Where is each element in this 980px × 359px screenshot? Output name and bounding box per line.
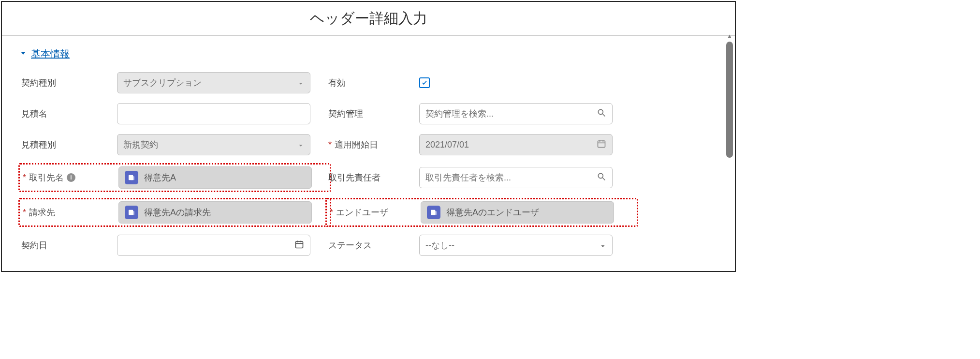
calendar-icon	[294, 239, 304, 252]
svg-rect-2	[598, 141, 605, 147]
required-star: *	[328, 140, 332, 150]
label-account-name: * 取引先名 i	[23, 172, 115, 183]
label-contract-mgmt: 契約管理	[328, 108, 415, 120]
row-contract-date: 契約日	[21, 235, 328, 256]
date-apply-start: 2021/07/01	[419, 134, 613, 155]
account-record-icon	[427, 206, 440, 219]
section-basic-info: 基本情報 契約種別 サブスクリプション	[2, 36, 735, 256]
svg-rect-7	[131, 176, 134, 180]
header-detail-form-window: ヘッダー詳細入力 基本情報 契約種別 サブスクリプション	[1, 1, 736, 272]
label-quote-type: 見積種別	[21, 139, 113, 150]
value-end-user: 得意先Aのエンドユーザ	[446, 207, 539, 218]
svg-line-1	[603, 114, 605, 116]
chevron-down-icon	[297, 79, 304, 86]
input-quote-name[interactable]	[117, 103, 310, 124]
scrollbar-up-arrow[interactable]: ▲	[726, 33, 733, 39]
row-contract-mgmt: 契約管理 契約管理を検索...	[328, 103, 635, 124]
chevron-down-icon	[19, 49, 27, 59]
value-apply-start: 2021/07/01	[425, 140, 469, 150]
label-contract-date: 契約日	[21, 239, 113, 251]
section-title: 基本情報	[31, 47, 70, 60]
label-status: ステータス	[328, 239, 415, 251]
row-status: ステータス --なし--	[328, 235, 635, 256]
required-star: *	[23, 173, 26, 183]
checkbox-valid[interactable]	[419, 77, 430, 88]
search-icon	[597, 108, 606, 120]
form-grid: 契約種別 サブスクリプション 有効	[21, 72, 635, 256]
label-apply-start: * 適用開始日	[328, 139, 415, 150]
calendar-icon	[597, 139, 606, 151]
row-contract-type: 契約種別 サブスクリプション	[21, 72, 328, 93]
chip-bill-to[interactable]: 得意先Aの請求先	[118, 201, 312, 224]
value-quote-type: 新規契約	[123, 139, 158, 150]
row-account-contact: 取引先責任者 取引先責任者を検索...	[328, 165, 635, 190]
placeholder-contract-mgmt: 契約管理を検索...	[425, 108, 494, 120]
chip-account-name[interactable]: 得意先A	[118, 166, 312, 189]
account-record-icon	[125, 171, 138, 184]
label-end-user: * エンドユーザ	[330, 207, 417, 218]
select-status[interactable]: --なし--	[419, 235, 613, 256]
svg-point-8	[598, 173, 603, 178]
label-contract-type: 契約種別	[21, 77, 113, 89]
label-account-contact: 取引先責任者	[328, 172, 415, 183]
lookup-account-contact[interactable]: 取引先責任者を検索...	[419, 167, 613, 188]
row-bill-to: * 請求先 得意先Aの請求先	[18, 198, 331, 227]
row-quote-name: 見積名	[21, 103, 328, 124]
chevron-down-icon	[600, 242, 606, 249]
row-valid: 有効	[328, 72, 635, 93]
value-bill-to: 得意先Aの請求先	[144, 207, 211, 218]
search-icon	[597, 172, 606, 184]
row-apply-start: * 適用開始日 2021/07/01	[328, 134, 635, 155]
svg-point-0	[598, 109, 603, 114]
chip-end-user[interactable]: 得意先Aのエンドユーザ	[421, 201, 614, 224]
select-contract-type: サブスクリプション	[117, 72, 310, 93]
svg-rect-11	[131, 211, 134, 215]
account-record-icon	[125, 206, 138, 219]
svg-line-9	[603, 178, 605, 180]
lookup-contract-mgmt[interactable]: 契約管理を検索...	[419, 103, 613, 124]
page-title: ヘッダー詳細入力	[2, 2, 735, 35]
required-star: *	[23, 208, 26, 218]
label-bill-to: * 請求先	[23, 207, 115, 218]
svg-rect-14	[296, 241, 303, 248]
value-account-name: 得意先A	[144, 172, 176, 183]
chevron-down-icon	[297, 141, 304, 148]
select-quote-type: 新規契約	[117, 134, 310, 155]
placeholder-account-contact: 取引先責任者を検索...	[425, 172, 511, 183]
row-account-name: * 取引先名 i 得意先A	[18, 163, 331, 192]
label-valid: 有効	[328, 77, 415, 89]
scrollbar-thumb[interactable]	[726, 42, 733, 158]
content-area: 基本情報 契約種別 サブスクリプション	[2, 36, 735, 271]
row-quote-type: 見積種別 新規契約	[21, 134, 328, 155]
label-quote-name: 見積名	[21, 108, 113, 120]
date-contract-date[interactable]	[117, 235, 310, 256]
value-status: --なし--	[425, 239, 454, 251]
svg-rect-13	[433, 211, 437, 215]
row-end-user: * エンドユーザ 得意先Aのエンドユーザ	[325, 198, 638, 227]
section-header-basic-info[interactable]: 基本情報	[19, 47, 717, 60]
info-icon[interactable]: i	[67, 173, 75, 182]
value-contract-type: サブスクリプション	[123, 77, 202, 89]
required-star: *	[330, 208, 333, 218]
